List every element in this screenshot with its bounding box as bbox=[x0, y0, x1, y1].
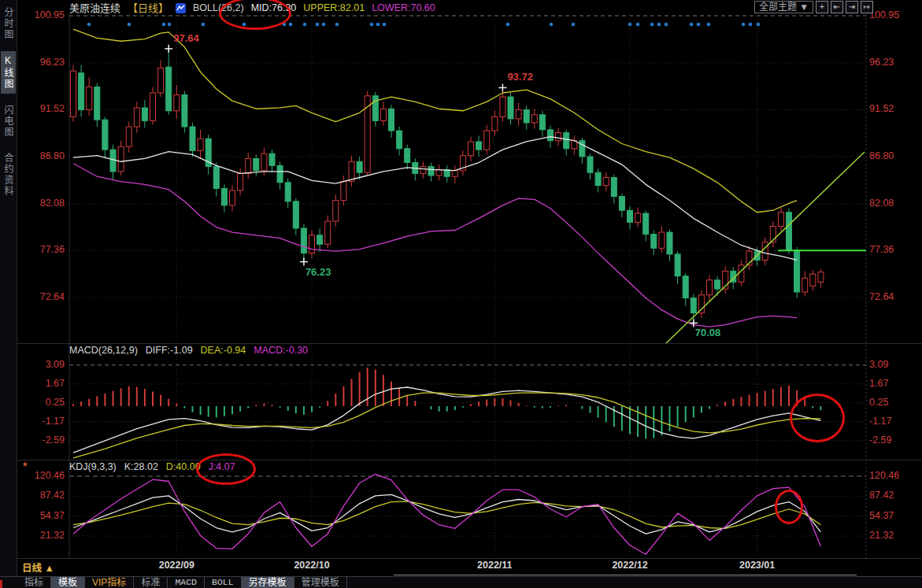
kline-chart-icon bbox=[176, 2, 186, 13]
kdj-y-tick: 54.37 bbox=[869, 510, 920, 521]
period-selector[interactable]: 日线 ▲ bbox=[22, 560, 54, 575]
tab-MACD[interactable]: MACD bbox=[168, 577, 205, 588]
main-y-tick: 77.36 bbox=[869, 244, 920, 255]
kdj-y-tick: 87.42 bbox=[17, 490, 65, 501]
tab-指标[interactable]: 指标 bbox=[17, 577, 51, 588]
red-notch-marker bbox=[0, 580, 2, 588]
main-y-tick: 91.52 bbox=[869, 103, 920, 114]
svg-text:93.72: 93.72 bbox=[507, 71, 533, 83]
kdj-y-tick: 87.42 bbox=[869, 490, 920, 501]
tab-标准[interactable]: 标准 bbox=[134, 577, 168, 588]
macd-y-tick: -2.59 bbox=[869, 435, 920, 446]
kdj-j-value: J:4.07 bbox=[209, 461, 235, 472]
tab-管理模板[interactable]: 管理模板 bbox=[294, 577, 347, 588]
kdj-y-tick: 120.46 bbox=[869, 470, 920, 481]
macd-param-label: MACD(26,12,9) bbox=[69, 345, 138, 356]
sidebar: 分时图K线图闪电图合约资料 bbox=[0, 0, 17, 576]
tab-另存模板[interactable]: 另存模板 bbox=[242, 577, 294, 588]
sidebar-item-K线图[interactable]: K线图 bbox=[1, 51, 16, 94]
x-axis-month-label: 2022/10 bbox=[284, 560, 339, 571]
zoom-out-axis-icon[interactable]: ⇤ bbox=[831, 1, 843, 13]
macd-y-tick: 3.09 bbox=[17, 359, 65, 370]
app-window: 97.6493.7276.2370.08 分时图K线图闪电图合约资料 美原油连续… bbox=[0, 0, 922, 588]
svg-text:70.08: 70.08 bbox=[695, 327, 721, 338]
main-y-tick: 82.08 bbox=[869, 198, 920, 209]
panel-divider bbox=[17, 460, 922, 460]
kdj-d-value: D:40.00 bbox=[166, 461, 201, 472]
boll-lower-value: LOWER:70.60 bbox=[372, 2, 435, 13]
chevron-down-icon: ▼ bbox=[799, 2, 809, 13]
main-y-tick: 91.52 bbox=[17, 103, 65, 114]
kdj-y-tick: 54.37 bbox=[17, 510, 65, 521]
x-axis-month-label: 2022/11 bbox=[467, 560, 522, 571]
topbar: 美原油连续 【日线】 BOLL(26,2) MID:76.30 UPPER:82… bbox=[69, 0, 435, 15]
sidebar-item-分时图[interactable]: 分时图 bbox=[1, 3, 16, 44]
sidebar-item-合约资料[interactable]: 合约资料 bbox=[1, 149, 16, 201]
macd-y-tick: 3.09 bbox=[869, 359, 920, 370]
main-y-tick: 100.95 bbox=[869, 9, 920, 20]
bottom-tabbar: 指标模板VIP指标标准MACDBOLL另存模板管理模板 bbox=[0, 576, 922, 588]
x-axis-month-label: 2023/01 bbox=[730, 560, 785, 571]
macd-layer bbox=[73, 368, 820, 458]
grid-layer bbox=[69, 14, 866, 558]
boll-mid-value: MID:76.30 bbox=[251, 2, 297, 13]
main-y-tick: 77.36 bbox=[17, 244, 65, 255]
kdj-y-tick: 21.32 bbox=[17, 530, 65, 541]
chart-canvas[interactable]: 97.6493.7276.2370.08 bbox=[0, 0, 922, 588]
kdj-param-label: KDJ(9,3,3) bbox=[69, 461, 117, 472]
kdj-label-row: KDJ(9,3,3) K:28.02 D:40.00 J:4.07 bbox=[69, 461, 235, 472]
horizontal-scrollbar[interactable] bbox=[394, 575, 857, 575]
macd-y-tick: 0.25 bbox=[869, 397, 920, 408]
main-y-tick: 96.23 bbox=[17, 57, 65, 68]
kdj-k-value: K:28.02 bbox=[124, 461, 158, 472]
move-crosshair-icon[interactable]: + bbox=[816, 1, 828, 13]
triangle-up-icon: ▲ bbox=[45, 563, 54, 574]
macd-y-tick: 0.25 bbox=[17, 397, 65, 408]
svg-text:97.64: 97.64 bbox=[173, 32, 199, 44]
macd-y-tick: -1.17 bbox=[17, 416, 65, 427]
trendline-layer bbox=[665, 152, 866, 344]
indicator-settings-icon[interactable]: * bbox=[23, 460, 27, 472]
panel-divider bbox=[17, 343, 922, 344]
main-y-tick: 100.95 bbox=[17, 9, 65, 20]
kdj-y-tick: 21.32 bbox=[869, 530, 920, 541]
chart-toolbar: +⇤⇥↦ bbox=[816, 1, 873, 13]
main-y-tick: 72.64 bbox=[869, 291, 920, 302]
macd-diff-value: DIFF:-1.09 bbox=[146, 345, 193, 356]
x-axis-month-label: 2022/09 bbox=[149, 560, 204, 571]
macd-y-tick: -2.59 bbox=[17, 435, 65, 446]
boll-param-label: BOLL(26,2) bbox=[193, 2, 244, 13]
x-axis-month-label: 2022/12 bbox=[602, 560, 657, 571]
main-y-tick: 86.80 bbox=[17, 150, 65, 161]
theme-dropdown-label: 全部主题 bbox=[759, 2, 797, 13]
main-y-tick: 86.80 bbox=[869, 150, 920, 161]
main-y-tick: 72.64 bbox=[17, 291, 65, 302]
main-y-tick: 96.23 bbox=[869, 57, 920, 68]
candlestick-layer bbox=[71, 49, 824, 324]
sidebar-item-闪电图[interactable]: 闪电图 bbox=[1, 101, 16, 142]
signal-dots-layer bbox=[87, 23, 761, 27]
macd-y-tick: -1.17 bbox=[869, 416, 920, 427]
svg-text:76.23: 76.23 bbox=[305, 266, 331, 278]
zoom-in-axis-icon[interactable]: ⇥ bbox=[846, 1, 858, 13]
period-tag: 【日线】 bbox=[128, 0, 168, 15]
tab-VIP指标[interactable]: VIP指标 bbox=[85, 577, 134, 588]
price-callout-layer: 97.6493.7276.2370.08 bbox=[165, 32, 720, 339]
macd-y-tick: 1.67 bbox=[869, 378, 920, 389]
boll-upper-value: UPPER:82.01 bbox=[303, 2, 365, 13]
theme-dropdown[interactable]: 全部主题 ▼ bbox=[754, 1, 813, 13]
panel-divider bbox=[17, 558, 922, 559]
tab-BOLL[interactable]: BOLL bbox=[205, 577, 242, 588]
macd-y-tick: 1.67 bbox=[17, 378, 65, 389]
pan-right-icon[interactable]: ↦ bbox=[861, 1, 873, 13]
macd-label-row: MACD(26,12,9) DIFF:-1.09 DEA:-0.94 MACD:… bbox=[69, 345, 308, 356]
tab-模板[interactable]: 模板 bbox=[51, 577, 85, 588]
macd-macd-value: MACD:-0.30 bbox=[254, 345, 308, 356]
main-y-tick: 82.08 bbox=[17, 198, 65, 209]
kdj-layer bbox=[73, 474, 820, 554]
macd-dea-value: DEA:-0.94 bbox=[201, 345, 246, 356]
symbol-title: 美原油连续 bbox=[69, 0, 120, 15]
period-selector-label: 日线 bbox=[22, 563, 42, 574]
